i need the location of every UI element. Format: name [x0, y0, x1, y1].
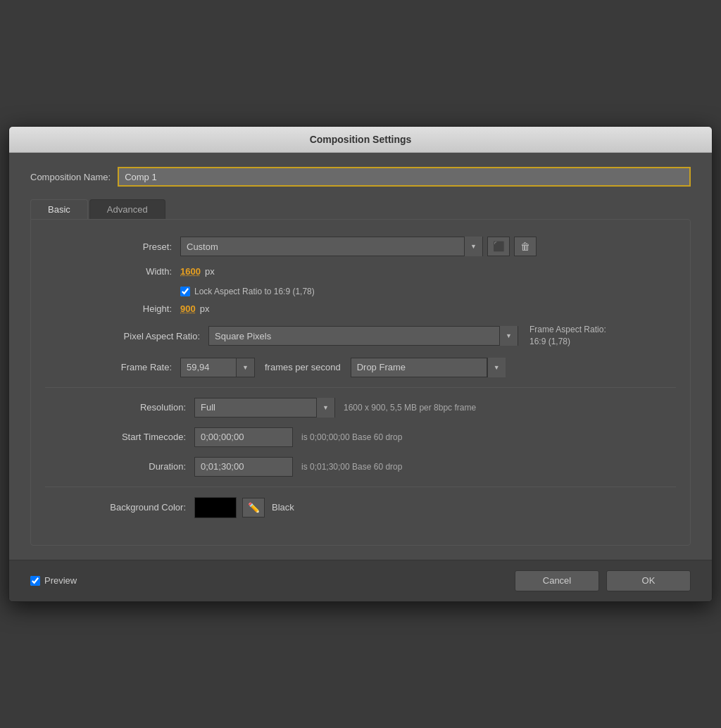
width-value[interactable]: 1600 [180, 266, 201, 277]
frame-rate-unit: frames per second [265, 362, 341, 372]
cancel-button[interactable]: Cancel [515, 570, 599, 591]
frame-rate-row: Frame Rate: frames per second Drop Frame… [45, 358, 676, 377]
preset-row: Preset: Custom HDTV 1080 24 HDTV 1080 25… [45, 237, 676, 256]
bg-color-label: Background Color: [45, 502, 186, 513]
height-value[interactable]: 900 [180, 303, 196, 314]
dialog-title: Composition Settings [310, 134, 412, 145]
par-label: Pixel Aspect Ratio: [45, 331, 200, 341]
aspect-ratio-label[interactable]: Lock Aspect Ratio to 16:9 (1,78) [180, 287, 315, 296]
par-select-wrapper: Square Pixels D1/DV NTSC D1/DV PAL [208, 326, 518, 346]
par-select[interactable]: Square Pixels D1/DV NTSC D1/DV PAL [209, 327, 499, 345]
composition-settings-dialog: Composition Settings Composition Name: B… [8, 126, 713, 602]
frame-rate-label: Frame Rate: [45, 362, 172, 372]
eyedropper-button[interactable]: ✏️ [242, 498, 265, 517]
tabs: Basic Advanced [30, 199, 691, 219]
preset-select[interactable]: Custom HDTV 1080 24 HDTV 1080 25 [181, 237, 464, 256]
duration-label: Duration: [45, 461, 186, 472]
preset-save-button[interactable]: ⬛ [487, 237, 510, 256]
bg-color-swatch[interactable] [194, 497, 237, 518]
frame-rate-dropdown-btn[interactable] [237, 358, 255, 377]
width-row: Width: 1600 px [45, 266, 676, 277]
preset-select-wrapper: Custom HDTV 1080 24 HDTV 1080 25 [180, 237, 483, 256]
dropframe-dropdown-arrow[interactable] [487, 358, 506, 377]
height-label: Height: [45, 303, 172, 314]
start-timecode-label: Start Timecode: [45, 432, 186, 442]
dialog-footer: Preview Cancel OK [9, 560, 712, 601]
resolution-label: Resolution: [45, 402, 186, 413]
tab-basic[interactable]: Basic [30, 199, 88, 219]
aspect-ratio-row: Lock Aspect Ratio to 16:9 (1,78) [180, 287, 676, 296]
dialog-body: Composition Name: Basic Advanced Preset:… [9, 153, 712, 560]
dropframe-wrapper: Drop Frame Non-Drop Frame [351, 358, 506, 377]
frame-aspect-info: Frame Aspect Ratio: 16:9 (1,78) [529, 324, 606, 348]
comp-name-row: Composition Name: [30, 167, 691, 187]
bg-color-name: Black [272, 502, 294, 513]
preset-dropdown-arrow[interactable] [464, 237, 482, 256]
preset-label: Preset: [45, 241, 172, 252]
resolution-select-wrapper: Full Half Third Quarter [194, 398, 335, 418]
start-timecode-row: Start Timecode: is 0;00;00;00 Base 60 dr… [45, 427, 676, 447]
resolution-dropdown-arrow[interactable] [316, 398, 334, 418]
preset-delete-button[interactable]: 🗑 [514, 237, 537, 256]
preview-checkbox[interactable] [30, 576, 40, 586]
aspect-ratio-checkbox[interactable] [180, 287, 190, 296]
frame-aspect-value: 16:9 (1,78) [529, 336, 606, 348]
resolution-info: 1600 x 900, 5,5 MB per 8bpc frame [344, 403, 476, 413]
height-row: Height: 900 px [45, 303, 676, 314]
par-row: Pixel Aspect Ratio: Square Pixels D1/DV … [45, 324, 676, 348]
par-dropdown-arrow[interactable] [499, 326, 518, 346]
divider-1 [45, 387, 676, 388]
tab-content-basic: Preset: Custom HDTV 1080 24 HDTV 1080 25… [30, 219, 691, 546]
footer-buttons: Cancel OK [515, 570, 691, 591]
frame-aspect-label: Frame Aspect Ratio: [529, 324, 606, 336]
resolution-select[interactable]: Full Half Third Quarter [195, 398, 316, 417]
frame-rate-input[interactable] [180, 358, 237, 377]
preview-label: Preview [44, 575, 77, 586]
comp-name-input[interactable] [118, 167, 691, 187]
width-unit: px [205, 266, 215, 277]
comp-name-label: Composition Name: [30, 172, 111, 182]
duration-info: is 0;01;30;00 Base 60 drop [301, 462, 402, 472]
height-unit: px [200, 303, 210, 314]
resolution-row: Resolution: Full Half Third Quarter 1600… [45, 398, 676, 418]
ok-button[interactable]: OK [606, 570, 691, 591]
start-timecode-info: is 0;00;00;00 Base 60 drop [301, 432, 402, 442]
delete-preset-icon: 🗑 [520, 241, 530, 252]
title-bar: Composition Settings [9, 127, 712, 153]
bg-color-row: Background Color: ✏️ Black [45, 497, 676, 518]
duration-row: Duration: is 0;01;30;00 Base 60 drop [45, 457, 676, 477]
tab-advanced[interactable]: Advanced [89, 199, 165, 219]
save-preset-icon: ⬛ [493, 241, 505, 252]
width-label: Width: [45, 266, 172, 277]
divider-2 [45, 487, 676, 487]
eyedropper-icon: ✏️ [248, 502, 260, 513]
duration-input[interactable] [194, 457, 293, 477]
preview-checkbox-label[interactable]: Preview [30, 575, 77, 586]
dropframe-select[interactable]: Drop Frame Non-Drop Frame [351, 358, 487, 377]
aspect-ratio-text: Lock Aspect Ratio to 16:9 (1,78) [194, 287, 315, 296]
start-timecode-input[interactable] [194, 427, 293, 447]
